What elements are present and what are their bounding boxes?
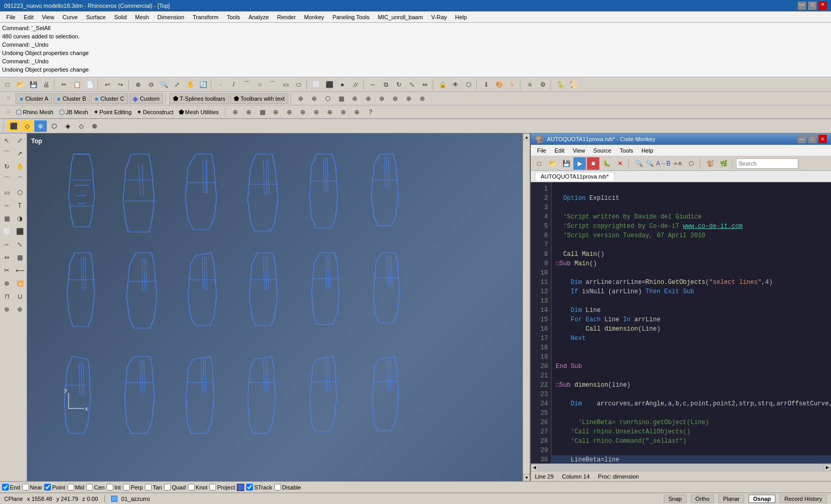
free-btn[interactable]: ⌒ <box>1 173 13 186</box>
snap-point[interactable]: Point <box>44 484 65 491</box>
zoom-window-btn[interactable]: 🔍 <box>158 78 170 91</box>
rotate3-btn[interactable]: ↻ <box>1 160 13 173</box>
zoom-out-btn[interactable]: ⊖ <box>145 78 157 91</box>
menu-help[interactable]: Help <box>451 13 471 21</box>
array-btn[interactable]: ▦ <box>14 251 26 264</box>
viewport[interactable]: Top <box>27 133 530 481</box>
python-btn[interactable]: 🐍 <box>554 78 567 91</box>
fillet-btn[interactable]: ⌒ <box>14 173 26 186</box>
menu-unroll[interactable]: MIC_unroll_baam <box>373 13 427 21</box>
snap-disable[interactable]: Disable <box>274 484 301 491</box>
snap-near[interactable]: Near <box>22 484 43 491</box>
code-check-btn[interactable]: ✕ <box>614 157 626 170</box>
snap-icon-7[interactable]: ⊕ <box>88 120 101 132</box>
script-btn[interactable]: 📜 <box>567 78 580 91</box>
close-button[interactable]: ✕ <box>819 2 827 10</box>
code-debug-btn[interactable]: 🐛 <box>600 157 613 170</box>
tb-icon-7[interactable]: ⊕ <box>376 92 388 105</box>
tb-icon-6[interactable]: ⊕ <box>362 92 374 105</box>
menu-paneling[interactable]: Paneling Tools <box>328 13 373 21</box>
props-btn[interactable]: ⚙ <box>537 78 549 91</box>
menu-surface[interactable]: Surface <box>82 13 110 21</box>
snap-mid-checkbox[interactable] <box>68 484 74 491</box>
tb2-icon-2[interactable]: ⊕ <box>243 106 255 118</box>
move2-btn[interactable]: ↔ <box>1 238 13 251</box>
code-max-btn[interactable]: □ <box>808 135 816 143</box>
curve-btn[interactable]: ⌒ <box>1 147 13 160</box>
ellipse-btn[interactable]: ⬭ <box>292 78 305 91</box>
extend-btn[interactable]: ⟵ <box>14 264 26 277</box>
code-menu-edit[interactable]: Edit <box>551 146 569 155</box>
hide-btn[interactable]: 👁 <box>449 78 462 91</box>
menu-monkey[interactable]: Monkey <box>300 13 329 21</box>
rotate2-btn[interactable]: ↻ <box>393 78 405 91</box>
menu-edit[interactable]: Edit <box>20 13 38 21</box>
surface-btn[interactable]: ⬛ <box>14 225 26 238</box>
mirror2-btn[interactable]: ⇔ <box>1 251 13 264</box>
move-btn[interactable]: ↔ <box>367 78 379 91</box>
tb2-icon-7[interactable]: ⊕ <box>310 106 323 118</box>
menu-file[interactable]: File <box>2 13 20 21</box>
cluster-b-btn[interactable]: ● Cluster B <box>53 93 90 104</box>
zoom-extent-btn[interactable]: ⤢ <box>171 78 183 91</box>
snap-icon-3[interactable]: ⊕ <box>34 120 47 132</box>
extrude-btn[interactable]: ⬜ <box>1 225 13 238</box>
hatch-btn[interactable]: ▦ <box>1 212 13 225</box>
snap-quad[interactable]: Quad <box>164 484 186 491</box>
maximize-button[interactable]: □ <box>808 2 816 10</box>
code-monkey-btn[interactable]: 🐒 <box>704 157 716 170</box>
snap-mode-btn[interactable]: Snap <box>664 495 687 503</box>
polyline-btn[interactable]: ⌒ <box>240 78 253 91</box>
open-btn[interactable]: 📂 <box>14 78 26 91</box>
tb2-icon-11[interactable]: ? <box>364 106 377 118</box>
ortho-btn[interactable]: Ortho <box>691 495 715 503</box>
menu-view[interactable]: View <box>38 13 59 21</box>
snap-tan[interactable]: Tan <box>145 484 162 491</box>
rect-btn[interactable]: ▭ <box>279 78 292 91</box>
rotate-btn[interactable]: 🔄 <box>197 78 209 91</box>
snap-mid[interactable]: Mid <box>68 484 85 491</box>
group-btn[interactable]: ⬡ <box>462 78 475 91</box>
code-menu-source[interactable]: Source <box>589 146 615 155</box>
select-btn[interactable]: ↖ <box>1 134 13 147</box>
menu-render[interactable]: Render <box>273 13 300 21</box>
menu-transform[interactable]: Transform <box>189 13 223 21</box>
menu-analyze[interactable]: Analyze <box>244 13 273 21</box>
snap-int-checkbox[interactable] <box>106 484 113 491</box>
code-open-btn[interactable]: 📂 <box>546 157 559 170</box>
snap-end-checkbox[interactable] <box>2 484 9 491</box>
toolbars-text-btn[interactable]: ⬟ Toolbars with text <box>230 93 288 104</box>
titlebar-controls[interactable]: — □ ✕ <box>798 2 827 10</box>
sphere-btn[interactable]: ● <box>336 78 349 91</box>
hscroll-left-btn[interactable]: ◀ <box>531 464 538 471</box>
tb2-icon-5[interactable]: ⊕ <box>283 106 296 118</box>
cut-btn[interactable]: ✂ <box>58 78 70 91</box>
info-btn[interactable]: ℹ <box>480 78 492 91</box>
snap-icon-4[interactable]: ⬡ <box>48 120 60 132</box>
bool-btn[interactable]: ⊓ <box>1 290 13 303</box>
h-scrollbar[interactable]: ◀ ▶ <box>531 464 831 471</box>
code-stop-btn[interactable]: ■ <box>587 157 599 170</box>
snap-cen[interactable]: Cen <box>86 484 104 491</box>
code-close-btn[interactable]: ✕ <box>819 135 827 143</box>
zoom-in-btn[interactable]: ⊕ <box>132 78 144 91</box>
snap-strack[interactable]: STrack <box>246 484 272 491</box>
tb-icon-8[interactable]: ⊕ <box>389 92 401 105</box>
tb-icon-10[interactable]: ⊕ <box>416 92 428 105</box>
scale-btn[interactable]: ⤡ <box>406 78 418 91</box>
curve2-btn[interactable]: ↗ <box>14 147 26 160</box>
scroll-up-btn[interactable]: ▲ <box>523 133 530 141</box>
menu-vray[interactable]: V-Ray <box>427 13 451 21</box>
snap-project[interactable]: Project <box>209 484 235 491</box>
shade-btn[interactable]: ◑ <box>14 212 26 225</box>
copy2-btn[interactable]: ⧉ <box>380 78 392 91</box>
cylinder-btn[interactable]: ⌭ <box>349 78 361 91</box>
circle-btn[interactable]: ○ <box>253 78 266 91</box>
tsplines-btn[interactable]: ⬟ T-Splines toolbars <box>169 93 229 104</box>
scroll-down-btn[interactable]: ▼ <box>523 474 530 481</box>
code-run-btn[interactable]: ▶ <box>573 157 586 170</box>
code-save-btn[interactable]: 💾 <box>560 157 572 170</box>
snap-knot-checkbox[interactable] <box>188 484 195 491</box>
paste-btn[interactable]: 📄 <box>84 78 96 91</box>
tb-icon-1[interactable]: ⊕ <box>294 92 307 105</box>
